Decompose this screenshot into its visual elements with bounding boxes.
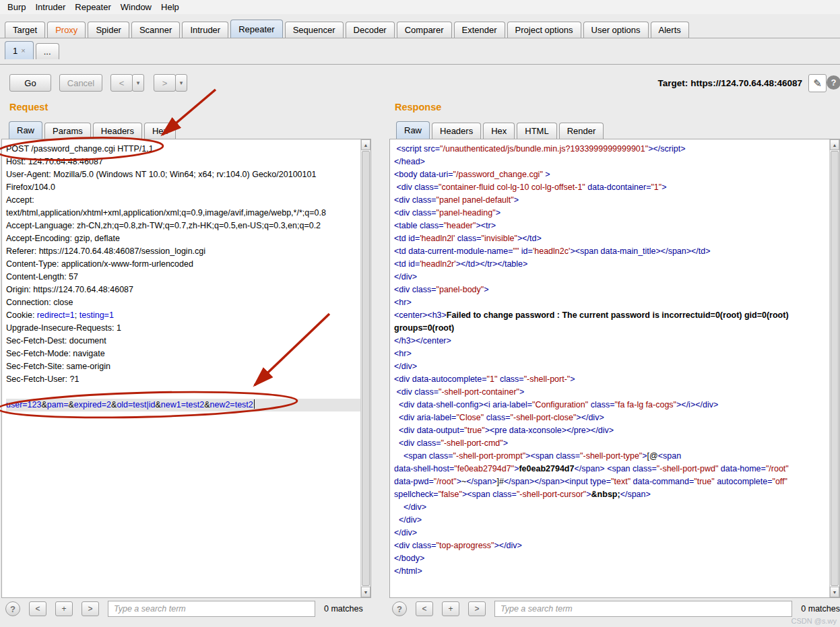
code-line: Accept-Encoding: gzip, deflate bbox=[6, 232, 360, 245]
code-line: <td data-current-module-name="" id='head… bbox=[394, 245, 829, 258]
pencil-icon: ✎ bbox=[813, 77, 822, 90]
menu-window[interactable]: Window bbox=[116, 1, 156, 13]
request-scrollbar[interactable]: ▲ ▼ bbox=[360, 139, 370, 597]
repeater-tab-1[interactable]: 1× bbox=[5, 41, 34, 59]
code-line: <hr> bbox=[394, 296, 829, 309]
request-tab-raw[interactable]: Raw bbox=[9, 121, 42, 139]
search-prev-button[interactable]: < bbox=[29, 601, 46, 616]
code-line: <div aria-label="Close" class="-shell-po… bbox=[394, 411, 829, 424]
code-line: <center><h3>Failed to change password : … bbox=[394, 309, 829, 322]
target-line: Target: https://124.70.64.48:46087 bbox=[658, 78, 802, 88]
tab-bar-divider bbox=[0, 38, 840, 38]
go-button[interactable]: Go bbox=[9, 74, 51, 92]
response-tab-headers[interactable]: Headers bbox=[432, 123, 481, 139]
menu-repeater[interactable]: Repeater bbox=[70, 1, 115, 13]
scrollbar-thumb[interactable] bbox=[362, 151, 370, 586]
code-line: User-Agent: Mozilla/5.0 (Windows NT 10.0… bbox=[6, 168, 360, 181]
response-editor[interactable]: <script src="/unauthenticated/js/bundle.… bbox=[389, 139, 840, 598]
code-line: Firefox/104.0 bbox=[6, 181, 360, 194]
code-line: <div class="container-fluid col-lg-10 co… bbox=[394, 181, 829, 194]
request-tab-headers[interactable]: Headers bbox=[93, 123, 142, 139]
scroll-down-icon[interactable]: ▼ bbox=[361, 587, 370, 597]
response-tab-raw[interactable]: Raw bbox=[396, 121, 430, 139]
code-line: <td id='headln2l' class="invisible"></td… bbox=[394, 232, 829, 245]
request-search-input[interactable] bbox=[108, 601, 315, 617]
help-icon: ? bbox=[831, 77, 837, 88]
tab-comparer[interactable]: Comparer bbox=[397, 22, 452, 38]
response-tab-render[interactable]: Render bbox=[559, 123, 604, 139]
repeater-tab-label: 1 bbox=[13, 46, 18, 56]
menu-help[interactable]: Help bbox=[156, 1, 184, 13]
tab-scanner[interactable]: Scanner bbox=[131, 22, 180, 38]
code-line: <script src="/unauthenticated/js/bundle.… bbox=[394, 143, 829, 156]
menu-intruder[interactable]: Intruder bbox=[30, 1, 70, 13]
request-tab-hex[interactable]: Hex bbox=[144, 123, 176, 139]
repeater-tab-tab[interactable]: ... bbox=[36, 43, 59, 59]
scroll-up-icon[interactable]: ▲ bbox=[361, 139, 370, 150]
code-line: <table class="header"><tr> bbox=[394, 220, 829, 232]
code-line: <div class="panel-heading"> bbox=[394, 207, 829, 220]
search-help-button[interactable]: ? bbox=[392, 601, 407, 616]
code-line: Origin: https://124.70.64.48:46087 bbox=[6, 284, 360, 296]
menu-burp[interactable]: Burp bbox=[3, 1, 30, 13]
scroll-down-icon[interactable]: ▼ bbox=[830, 587, 839, 597]
chevron-down-icon: ▾ bbox=[180, 79, 183, 86]
code-line: <div data-output="true"><pre data-xconso… bbox=[394, 424, 829, 437]
code-line: Sec-Fetch-Mode: navigate bbox=[6, 348, 360, 360]
tab-project-options[interactable]: Project options bbox=[507, 22, 581, 38]
target-url: https://124.70.64.48:46087 bbox=[690, 78, 802, 88]
code-line: </div> bbox=[394, 501, 829, 514]
request-editor-content[interactable]: POST /password_change.cgi HTTP/1.1Host: … bbox=[2, 139, 360, 597]
tab-extender[interactable]: Extender bbox=[454, 22, 505, 38]
code-line: </html> bbox=[394, 565, 829, 578]
search-next-button[interactable]: > bbox=[468, 601, 486, 616]
code-line: groups=0(root) bbox=[394, 322, 829, 335]
help-button[interactable]: ? bbox=[827, 75, 840, 90]
search-next-button[interactable]: > bbox=[82, 601, 99, 616]
tab-decoder[interactable]: Decoder bbox=[346, 22, 395, 38]
tab-user-options[interactable]: User options bbox=[583, 22, 649, 38]
code-line: <div data-shell-config><i aria-label="Co… bbox=[394, 399, 829, 411]
code-line: Sec-Fetch-Dest: document bbox=[6, 335, 360, 348]
code-line: </div> bbox=[394, 360, 829, 373]
code-line: Content-Length: 57 bbox=[6, 271, 360, 284]
response-tab-html[interactable]: HTML bbox=[517, 123, 556, 139]
request-panel-title: Request bbox=[9, 102, 48, 112]
response-editor-content[interactable]: <script src="/unauthenticated/js/bundle.… bbox=[390, 139, 829, 597]
request-editor[interactable]: POST /password_change.cgi HTTP/1.1Host: … bbox=[1, 139, 371, 598]
code-line bbox=[6, 386, 360, 399]
prev-request-dropdown[interactable]: ▾ bbox=[132, 74, 144, 92]
edit-target-button[interactable]: ✎ bbox=[808, 74, 827, 92]
next-request-dropdown[interactable]: ▾ bbox=[175, 74, 187, 92]
watermark: CSDN @s.wy bbox=[791, 617, 837, 625]
code-line: Accept-Language: zh-CN,zh;q=0.8,zh-TW;q=… bbox=[6, 220, 360, 232]
code-line: Content-Type: application/x-www-form-url… bbox=[6, 258, 360, 271]
search-add-button[interactable]: + bbox=[55, 601, 73, 616]
code-line: <td id='headln2r'></td></tr></table> bbox=[394, 258, 829, 271]
response-search-input[interactable] bbox=[494, 601, 792, 617]
tab-repeater[interactable]: Repeater bbox=[230, 20, 282, 38]
target-label: Target: bbox=[658, 78, 688, 88]
response-tab-hex[interactable]: Hex bbox=[483, 123, 515, 139]
code-line: Referer: https://124.70.64.48:46087/sess… bbox=[6, 245, 360, 258]
request-tab-params[interactable]: Params bbox=[44, 123, 91, 139]
cancel-button[interactable]: Cancel bbox=[59, 74, 102, 92]
next-request-button[interactable]: > bbox=[154, 74, 176, 92]
tab-target[interactable]: Target bbox=[5, 22, 45, 38]
tab-proxy[interactable]: Proxy bbox=[47, 22, 86, 38]
search-prev-button[interactable]: < bbox=[416, 601, 433, 616]
code-line: Sec-Fetch-Site: same-origin bbox=[6, 360, 360, 373]
prev-request-button[interactable]: < bbox=[110, 74, 133, 92]
search-add-button[interactable]: + bbox=[442, 601, 459, 616]
tab-sequencer[interactable]: Sequencer bbox=[285, 22, 344, 38]
tab-spider[interactable]: Spider bbox=[88, 22, 129, 38]
search-help-button[interactable]: ? bbox=[5, 601, 20, 616]
response-scrollbar[interactable]: ▲ ▼ bbox=[829, 139, 839, 597]
scrollbar-thumb[interactable] bbox=[831, 151, 839, 586]
close-tab-icon[interactable]: × bbox=[21, 46, 25, 55]
scroll-up-icon[interactable]: ▲ bbox=[830, 139, 839, 150]
repeater-tab-label: ... bbox=[44, 46, 51, 57]
code-line: Accept: bbox=[6, 194, 360, 207]
tab-intruder[interactable]: Intruder bbox=[182, 22, 228, 38]
tab-alerts[interactable]: Alerts bbox=[651, 22, 689, 38]
